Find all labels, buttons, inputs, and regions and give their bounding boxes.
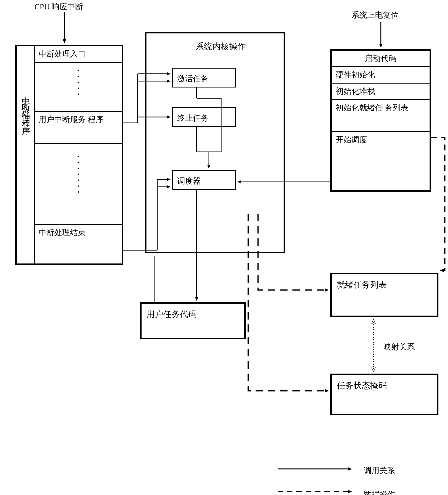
task-state-mask-box: 任务状态掩码 (330, 374, 438, 415)
ready-task-list-box: 就绪任务列表 (330, 273, 438, 317)
stack-init: 初始化堆栈 (332, 84, 430, 100)
activate-task-box: 激活任务 (172, 68, 236, 87)
power-reset-label: 系统上电复位 (351, 10, 399, 21)
kernel-container: 系统内核操作 (145, 32, 285, 253)
mapping-label: 映射关系 (383, 342, 415, 352)
terminate-task-box: 终止任务 (172, 107, 236, 127)
startup-container: 启动代码 硬件初始化 初始化堆栈 初始化就绪任 务列表 开始调度 (330, 49, 431, 192)
scheduler-box: 调度器 (172, 170, 236, 190)
legend-call-label: 调用关系 (364, 465, 395, 476)
ready-list-init: 初始化就绪任 务列表 (332, 100, 430, 132)
isr-user-isr: 用户中断服务 程序 (35, 112, 122, 144)
isr-cells: 中断处理入口 ····· 用户中断服务 程序 ······· 中断处理结束 (35, 46, 122, 241)
boot-code: 启动代码 (332, 51, 430, 67)
user-task-code-box: 用户任务代码 (140, 302, 246, 339)
begin-schedule: 开始调度 (332, 132, 430, 148)
isr-end: 中断处理结束 (35, 225, 122, 241)
isr-container: 中断处理程序 中断处理入口 ····· 用户中断服务 程序 ······· 中断… (15, 45, 123, 265)
cpu-interrupt-label: CPU 响应中断 (34, 1, 83, 12)
isr-dots-2: ······· (35, 144, 122, 225)
isr-side-title: 中断处理程序 (20, 90, 31, 126)
isr-dots-1: ····· (35, 63, 122, 112)
kernel-title: 系统内核操作 (196, 41, 246, 52)
isr-entry: 中断处理入口 (35, 46, 122, 63)
hw-init: 硬件初始化 (332, 67, 430, 84)
legend-data-label: 数据操作 (364, 489, 395, 495)
